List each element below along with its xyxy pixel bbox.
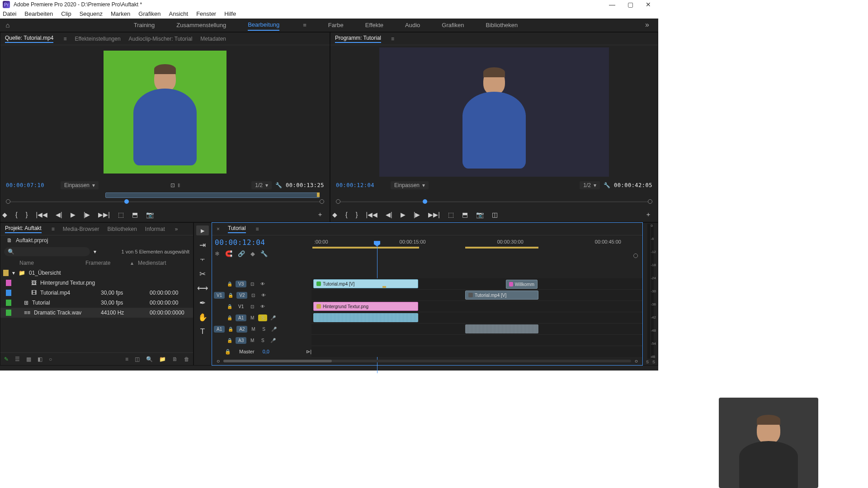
overflow-icon[interactable]: » xyxy=(175,226,178,232)
timeline-zoom-scroll[interactable]: ○○ xyxy=(212,357,642,365)
razor-tool-icon[interactable]: ✂ xyxy=(196,269,209,279)
icon-view-icon[interactable]: ▦ xyxy=(26,356,31,362)
menu-sequenz[interactable]: Sequenz xyxy=(80,10,103,17)
sync-lock-icon[interactable]: ⊡ xyxy=(249,293,258,298)
program-zoom-dropdown[interactable]: 1/2▾ xyxy=(580,181,600,189)
pen-tool-icon[interactable]: ✒ xyxy=(196,298,209,308)
lock-icon[interactable]: 🔒 xyxy=(226,293,235,298)
overwrite-icon[interactable]: ⬒ xyxy=(132,211,138,218)
ws-menu-icon[interactable]: ≡ xyxy=(303,22,307,28)
step-back-icon[interactable]: ◀| xyxy=(386,211,392,218)
ws-farbe[interactable]: Farbe xyxy=(328,22,344,28)
play-icon[interactable]: ▶ xyxy=(401,211,406,218)
sort-icon[interactable]: ≡ xyxy=(125,356,128,362)
new-item-icon[interactable]: ✎ xyxy=(4,356,9,362)
menu-fenster[interactable]: Fenster xyxy=(196,10,216,17)
insert-icon[interactable]: ⬚ xyxy=(118,211,124,218)
ws-effekte[interactable]: Effekte xyxy=(365,22,383,28)
source-overlay-icon[interactable]: ⫴ xyxy=(178,182,180,188)
track-header-v3[interactable]: 🔒 V3⊡👁 xyxy=(212,278,311,290)
ws-bearbeitung[interactable]: Bearbeitung xyxy=(248,19,279,31)
hand-tool-icon[interactable]: ✋ xyxy=(196,312,209,322)
comparison-view-icon[interactable]: ◫ xyxy=(492,211,498,218)
slip-tool-icon[interactable]: ⟷ xyxy=(196,283,209,293)
tab-sequence-menu-icon[interactable]: ≡ xyxy=(256,226,259,232)
project-item-image[interactable]: 🖼Hintergrund Textur.png xyxy=(0,278,193,288)
freeform-view-icon[interactable]: ◧ xyxy=(38,356,42,362)
find-icon[interactable]: 🔍 xyxy=(146,356,153,362)
mic-icon[interactable]: 🎤 xyxy=(269,338,278,343)
source-safe-margins-icon[interactable]: ⊡ xyxy=(170,182,175,188)
eye-icon[interactable]: 👁 xyxy=(259,293,268,298)
project-item-audio[interactable]: ≡≡Dramatic Track.wav 44100 Hz00:00:00:00… xyxy=(0,308,193,318)
goto-in-icon[interactable]: |◀◀ xyxy=(366,211,377,218)
maximize-button[interactable]: ▢ xyxy=(623,0,637,9)
track-header-a2[interactable]: A1🔒 A2MS🎤 xyxy=(212,324,311,335)
sync-lock-icon[interactable]: ⊡ xyxy=(248,282,257,286)
lift-icon[interactable]: ⬚ xyxy=(448,211,454,218)
clip-v2-b[interactable]: Willkomm xyxy=(506,280,538,289)
goto-out-icon[interactable]: ▶▶| xyxy=(428,211,440,218)
marker-icon[interactable]: ◆ xyxy=(2,211,7,218)
goto-in-icon[interactable]: |◀◀ xyxy=(36,211,47,218)
tab-source-menu-icon[interactable]: ≡ xyxy=(63,36,66,42)
play-icon[interactable]: ▶ xyxy=(71,211,75,218)
new-bin-icon[interactable]: 📁 xyxy=(159,356,166,362)
tab-info[interactable]: Informat xyxy=(145,226,165,232)
menu-datei[interactable]: Datei xyxy=(3,10,16,17)
timeline-settings-icon[interactable]: 🔧 xyxy=(260,250,268,257)
tab-program[interactable]: Programm: Tutorial xyxy=(335,35,381,43)
mark-in-icon[interactable]: { xyxy=(15,211,18,218)
tab-source[interactable]: Quelle: Tutorial.mp4 xyxy=(5,35,53,43)
lock-icon[interactable]: 🔒 xyxy=(225,304,234,309)
nest-icon[interactable]: ❄ xyxy=(215,250,220,257)
lock-icon[interactable]: 🔒 xyxy=(225,338,234,343)
tab-sequence[interactable]: Tutorial xyxy=(228,225,246,233)
button-editor-plus-icon[interactable]: ＋ xyxy=(317,211,328,219)
mark-in-icon[interactable]: { xyxy=(345,211,348,218)
source-timecode-current[interactable]: 00:00:07:10 xyxy=(6,182,44,188)
tab-program-menu-icon[interactable]: ≡ xyxy=(391,36,394,42)
track-header-a1[interactable]: 🔒 A1MS🎤 xyxy=(212,312,311,324)
project-item-sequence[interactable]: ⊞Tutorial 30,00 fps00:00:00:00 xyxy=(0,298,193,308)
lock-icon[interactable]: 🔒 xyxy=(225,349,231,355)
source-monitor[interactable] xyxy=(2,45,328,179)
sync-lock-icon[interactable]: ⊡ xyxy=(248,304,257,309)
mark-out-icon[interactable]: } xyxy=(26,211,28,218)
marker-icon[interactable]: ◆ xyxy=(332,211,337,218)
mic-icon[interactable]: 🎤 xyxy=(269,327,278,332)
goto-out-icon[interactable]: ▶▶| xyxy=(98,211,110,218)
ripple-edit-tool-icon[interactable]: ⫟ xyxy=(196,254,209,264)
clip-v1[interactable]: Hintergrund Textur.png xyxy=(313,302,418,311)
clip-v2-a[interactable]: Tutorial.mp4 [V] xyxy=(465,291,538,300)
close-tab-icon[interactable]: × xyxy=(217,226,220,232)
tab-media-browser[interactable]: Media-Browser xyxy=(63,226,99,232)
clip-a1[interactable] xyxy=(313,313,418,322)
minimize-button[interactable]: — xyxy=(605,0,619,9)
step-forward-icon[interactable]: |▶ xyxy=(414,211,420,218)
ws-zusammenstellung[interactable]: Zusammenstellung xyxy=(176,22,226,28)
project-search-input[interactable]: 🔍 xyxy=(4,247,90,256)
marker-tool-icon[interactable]: ◆ xyxy=(250,250,255,257)
ws-grafiken[interactable]: Grafiken xyxy=(442,22,464,28)
tab-effect-settings[interactable]: Effekteinstellungen xyxy=(75,36,120,42)
tab-audio-mixer[interactable]: Audioclip-Mischer: Tutorial xyxy=(129,36,193,42)
project-item-video[interactable]: 🎞Tutorial.mp4 30,00 fps00:00:00:00 xyxy=(0,288,193,298)
clip-a2[interactable] xyxy=(465,324,538,333)
program-scrubbar[interactable] xyxy=(336,198,652,205)
export-frame-icon[interactable]: 📷 xyxy=(146,211,154,218)
menu-marken[interactable]: Marken xyxy=(111,10,130,17)
menu-ansicht[interactable]: Ansicht xyxy=(169,10,188,17)
track-header-a3[interactable]: 🔒 A3MS🎤 xyxy=(212,335,311,346)
tab-project-menu-icon[interactable]: ≡ xyxy=(52,226,55,232)
new-item-icon[interactable]: 🗎 xyxy=(172,356,178,362)
button-editor-plus-icon[interactable]: ＋ xyxy=(645,211,656,219)
selection-tool-icon[interactable]: ▸ xyxy=(196,225,209,235)
col-framerate[interactable]: Framerate xyxy=(85,260,131,266)
mark-out-icon[interactable]: } xyxy=(356,211,358,218)
ws-bibliotheken[interactable]: Bibliotheken xyxy=(486,22,518,28)
source-zoom-dropdown[interactable]: 1/2▾ xyxy=(251,181,272,189)
tab-libraries[interactable]: Bibliotheken xyxy=(107,226,137,232)
expand-icon[interactable]: ⊳| xyxy=(306,349,311,355)
zoom-slider-icon[interactable]: ○ xyxy=(49,356,52,362)
